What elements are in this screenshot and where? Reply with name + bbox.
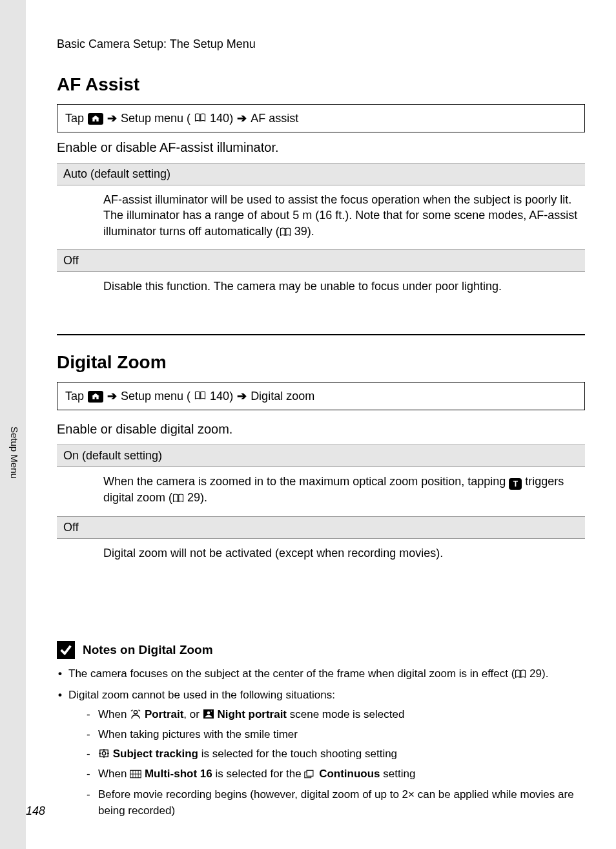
nav-path-digital-zoom: Tap ➔ Setup menu ( 140) ➔ Digital zoom bbox=[57, 382, 585, 410]
nav-setup-label: Setup menu ( bbox=[121, 390, 190, 403]
book-icon bbox=[515, 667, 526, 684]
sub-item: When Portrait, or Night portrait scene m… bbox=[87, 706, 585, 724]
home-icon bbox=[88, 113, 103, 125]
home-icon bbox=[88, 391, 103, 403]
option-header-auto: Auto (default setting) bbox=[57, 163, 585, 185]
subject-tracking-icon bbox=[98, 747, 110, 764]
notes-list: The camera focuses on the subject at the… bbox=[57, 666, 585, 819]
option-body-off: Digital zoom will not be activated (exce… bbox=[57, 539, 585, 570]
sub-item: Subject tracking is selected for the tou… bbox=[87, 746, 585, 764]
option-body-on: When the camera is zoomed in to the maxi… bbox=[57, 467, 585, 516]
breadcrumb: Basic Camera Setup: The Setup Menu bbox=[57, 37, 585, 51]
tele-zoom-icon: T bbox=[509, 478, 522, 490]
sub-item: When taking pictures with the smile time… bbox=[87, 726, 585, 743]
book-icon bbox=[280, 225, 291, 240]
option-header-off: Off bbox=[57, 516, 585, 539]
arrow-right-icon: ➔ bbox=[107, 111, 117, 125]
book-icon bbox=[194, 112, 206, 125]
night-portrait-icon bbox=[203, 708, 214, 724]
section-title-af-assist: AF Assist bbox=[57, 74, 585, 95]
svg-point-3 bbox=[210, 711, 212, 712]
option-header-off: Off bbox=[57, 249, 585, 272]
svg-point-2 bbox=[207, 711, 209, 714]
nav-setup-label: Setup menu ( bbox=[121, 112, 190, 125]
svg-point-5 bbox=[102, 751, 105, 755]
manual-page: Basic Camera Setup: The Setup Menu AF As… bbox=[26, 0, 616, 849]
nav-path-af-assist: Tap ➔ Setup menu ( 140) ➔ AF assist bbox=[57, 104, 585, 132]
options-table-dz: On (default setting) When the camera is … bbox=[57, 445, 585, 570]
nav-tap-label: Tap bbox=[65, 390, 84, 403]
notes-block: Notes on Digital Zoom The camera focuses… bbox=[57, 641, 585, 819]
svg-point-0 bbox=[134, 711, 137, 714]
side-tab-label: Setup Menu bbox=[9, 426, 20, 479]
section-divider bbox=[57, 334, 585, 335]
note-item: Digital zoom cannot be used in the follo… bbox=[57, 687, 585, 819]
sub-item: When Multi-shot 16 is selected for the C… bbox=[87, 766, 585, 784]
book-icon bbox=[194, 390, 206, 403]
sub-item: Before movie recording begins (however, … bbox=[87, 786, 585, 819]
section-intro: Enable or disable digital zoom. bbox=[57, 422, 585, 437]
arrow-right-icon: ➔ bbox=[107, 389, 117, 403]
option-body-off: Disable this function. The camera may be… bbox=[57, 272, 585, 303]
notes-title-row: Notes on Digital Zoom bbox=[57, 641, 585, 659]
section-title-digital-zoom: Digital Zoom bbox=[57, 352, 585, 373]
book-icon bbox=[172, 491, 184, 507]
continuous-icon bbox=[304, 767, 316, 784]
section-intro: Enable or disable AF-assist illuminator. bbox=[57, 140, 585, 155]
arrow-right-icon: ➔ bbox=[237, 389, 247, 403]
page-number: 148 bbox=[26, 804, 45, 818]
portrait-icon bbox=[130, 708, 141, 724]
notes-title: Notes on Digital Zoom bbox=[83, 643, 213, 657]
multishot-icon bbox=[130, 767, 141, 784]
options-table-af: Auto (default setting) AF-assist illumin… bbox=[57, 163, 585, 303]
option-header-on: On (default setting) bbox=[57, 445, 585, 467]
arrow-right-icon: ➔ bbox=[237, 111, 247, 125]
option-body-auto: AF-assist illuminator will be used to as… bbox=[57, 185, 585, 249]
check-icon bbox=[57, 641, 75, 659]
sub-list: When Portrait, or Night portrait scene m… bbox=[68, 706, 585, 819]
nav-tap-label: Tap bbox=[65, 112, 84, 125]
note-item: The camera focuses on the subject at the… bbox=[57, 666, 585, 684]
nav-page-ref: 140) bbox=[210, 112, 233, 125]
nav-item-label: AF assist bbox=[251, 112, 298, 125]
svg-rect-16 bbox=[307, 771, 313, 777]
nav-page-ref: 140) bbox=[210, 390, 233, 403]
nav-item-label: Digital zoom bbox=[251, 390, 314, 403]
